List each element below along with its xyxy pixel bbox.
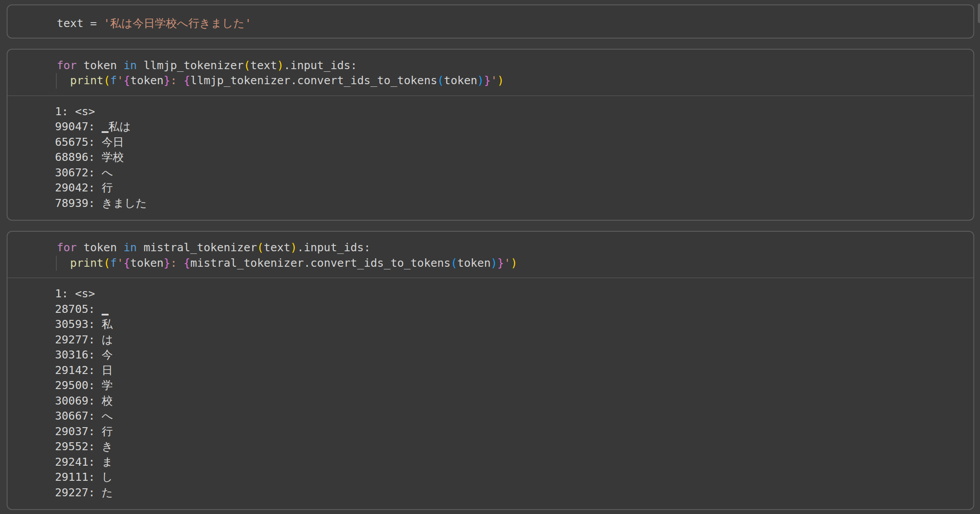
code-token: mistral_tokenizer.convert_ids_to_tokens: [190, 257, 451, 269]
code-token: .input_ids:: [284, 59, 357, 72]
indent-guide: [56, 256, 57, 271]
output-line: 29227: た: [55, 485, 964, 501]
code-token: in: [124, 241, 137, 254]
code-token: {: [124, 74, 130, 87]
code-editor[interactable]: for token in llmjp_tokenizer(text).input…: [8, 50, 973, 95]
code-token: [57, 257, 70, 269]
output-line: 30593: 私: [55, 317, 964, 332]
code-token: {: [124, 257, 130, 269]
code-token: (: [103, 257, 110, 269]
code-token: }: [164, 257, 170, 269]
output-line: 29111: し: [55, 470, 964, 485]
output-line: 29500: 学: [55, 378, 964, 393]
code-token: {: [184, 257, 190, 269]
code-token: ): [277, 59, 284, 72]
output-line: 29042: 行: [55, 180, 964, 196]
code-token: text: [251, 59, 277, 72]
code-token: for: [57, 59, 77, 72]
code-token: :: [170, 257, 184, 269]
code-token: token: [444, 74, 477, 87]
code-token: f: [110, 74, 117, 87]
code-token: ): [477, 74, 484, 87]
output-line: 30672: へ: [55, 165, 964, 181]
code-token: ': [117, 74, 124, 87]
mistral-tokenizer-cell[interactable]: for token in mistral_tokenizer(text).inp…: [7, 231, 974, 510]
scrollbar-thumb[interactable]: [978, 4, 980, 23]
code-token: in: [124, 59, 137, 72]
output-line: 1: <s>: [55, 104, 964, 120]
output-line: 29277: は: [55, 332, 964, 348]
code-token: :: [170, 74, 184, 87]
code-token: print: [70, 257, 103, 269]
code-token: [57, 74, 70, 87]
code-token: text: [264, 241, 290, 254]
code-token: mistral_tokenizer: [137, 241, 257, 254]
output-line: 78939: きました: [55, 196, 964, 211]
llmjp-tokenizer-cell[interactable]: for token in llmjp_tokenizer(text).input…: [7, 49, 974, 221]
code-token: .input_ids:: [297, 241, 371, 254]
output-line: 1: <s>: [55, 286, 964, 302]
code-token: {: [184, 74, 190, 87]
indent-guide: [56, 73, 57, 89]
code-line: for token in llmjp_tokenizer(text).input…: [57, 58, 964, 74]
code-token: }: [498, 257, 504, 269]
output-line: 30069: 校: [55, 393, 964, 409]
output-line: 29142: 日: [55, 363, 964, 378]
code-token: ): [290, 241, 297, 254]
code-token: for: [57, 241, 77, 254]
code-token: (: [243, 59, 250, 72]
output-line: 30667: へ: [55, 409, 964, 424]
code-line: print(f'{token}: {llmjp_tokenizer.conver…: [57, 73, 964, 89]
cell-output: 1: <s>99047: ▁私は65675: 今日68896: 学校30672:…: [8, 96, 973, 220]
output-line: 68896: 学校: [55, 150, 964, 165]
code-line: print(f'{token}: {mistral_tokenizer.conv…: [57, 256, 964, 271]
code-token: llmjp_tokenizer.convert_ids_to_tokens: [190, 74, 437, 87]
code-token: ): [498, 74, 504, 87]
code-editor[interactable]: for token in mistral_tokenizer(text).inp…: [8, 232, 973, 277]
code-token: ': [117, 257, 124, 269]
code-token: ): [490, 257, 497, 269]
code-line: for token in mistral_tokenizer(text).inp…: [57, 240, 964, 256]
code-token: llmjp_tokenizer: [137, 59, 244, 72]
code-token: (: [103, 74, 110, 87]
code-token: ': [504, 257, 511, 269]
output-line: 28705: ▁: [55, 302, 964, 317]
output-line: 65675: 今日: [55, 135, 964, 150]
code-token: (: [437, 74, 444, 87]
code-token: token: [77, 59, 123, 72]
code-token: token: [457, 257, 490, 269]
code-token: token: [130, 74, 164, 87]
code-token: ): [511, 257, 517, 269]
notebook: text = '私は今日学校へ行きました'for token in llmjp_…: [0, 0, 980, 510]
code-token: print: [70, 74, 103, 87]
code-token: f: [110, 257, 117, 269]
code-token: text =: [57, 17, 103, 30]
code-token: token: [77, 241, 123, 254]
code-token: }: [484, 74, 490, 87]
code-token: token: [130, 257, 164, 269]
code-token: }: [164, 74, 170, 87]
code-token: (: [451, 257, 457, 269]
code-token: ': [490, 74, 497, 87]
code-editor[interactable]: text = '私は今日学校へ行きました': [8, 5, 973, 38]
output-line: 30316: 今: [55, 347, 964, 363]
output-line: 99047: ▁私は: [55, 119, 964, 135]
output-line: 29552: き: [55, 439, 964, 455]
output-line: 29241: ま: [55, 455, 964, 470]
code-token: (: [257, 241, 264, 254]
code-token: '私は今日学校へ行きました': [103, 17, 251, 30]
cell-output: 1: <s>28705: ▁30593: 私29277: は30316: 今29…: [8, 278, 973, 509]
code-line: text = '私は今日学校へ行きました': [57, 16, 964, 31]
output-line: 29037: 行: [55, 424, 964, 440]
text-assignment-cell[interactable]: text = '私は今日学校へ行きました': [7, 4, 974, 39]
